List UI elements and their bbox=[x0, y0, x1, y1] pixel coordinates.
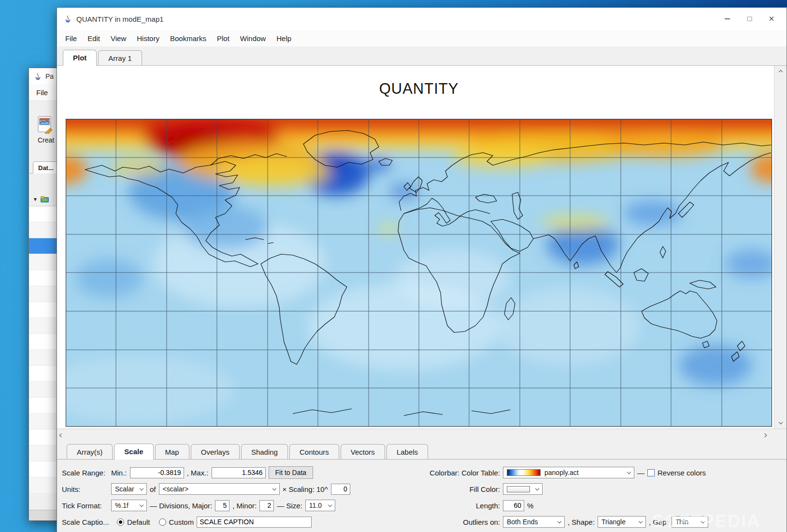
chevron-right-icon bbox=[763, 433, 767, 437]
chevron-up-icon bbox=[778, 70, 782, 74]
softpedia-watermark: SOFTPEDIA bbox=[652, 511, 760, 532]
outliers-label: Outliers on: bbox=[417, 518, 500, 526]
caption-custom-radio[interactable] bbox=[159, 518, 166, 526]
length-input[interactable] bbox=[503, 500, 524, 511]
menu-item-help[interactable]: Help bbox=[271, 31, 297, 45]
java-icon bbox=[64, 15, 72, 23]
plot-window-title: QUANTITY in modE_map1 bbox=[76, 15, 712, 23]
scale-panel-left: Scale Range: Min.: , Max.: Fit to Data U… bbox=[62, 464, 350, 530]
units-label: Units: bbox=[62, 485, 108, 493]
color-table-combo[interactable]: panoply.act bbox=[503, 467, 634, 478]
menu-item-bookmarks[interactable]: Bookmarks bbox=[165, 31, 212, 45]
units-combo[interactable]: Scalar bbox=[111, 483, 147, 495]
chevron-left-icon bbox=[59, 433, 63, 437]
size-combo[interactable]: 11.0 bbox=[305, 500, 335, 511]
tab-datasets[interactable]: Dat... bbox=[33, 161, 59, 173]
tab-array1[interactable]: Array 1 bbox=[98, 50, 142, 65]
create-plot-icon[interactable] bbox=[37, 115, 53, 134]
colorbar-label: Colorbar: bbox=[429, 469, 459, 477]
max-input[interactable] bbox=[212, 467, 266, 478]
desktop: Pa File Creat Dat... ▼ bbox=[0, 0, 787, 532]
color-table-label: Color Table: bbox=[461, 469, 500, 477]
menu-item-view[interactable]: View bbox=[105, 31, 131, 45]
shape-combo[interactable]: Triangle bbox=[598, 516, 646, 528]
menu-item-history[interactable]: History bbox=[131, 31, 165, 45]
minor-label: , Minor: bbox=[232, 502, 257, 510]
plot-title: QUANTITY bbox=[66, 80, 772, 98]
major-divisions-input[interactable] bbox=[215, 500, 229, 511]
plot-window-titlebar[interactable]: QUANTITY in modE_map1 ✕ bbox=[57, 8, 787, 30]
menu-item-edit[interactable]: Edit bbox=[82, 31, 105, 45]
menu-item-plot[interactable]: Plot bbox=[212, 31, 235, 45]
panoply-window-title: Pa bbox=[45, 72, 54, 80]
variable-combo[interactable]: <scalar> bbox=[159, 483, 280, 495]
length-unit-label: % bbox=[527, 502, 533, 510]
fill-color-swatch bbox=[507, 486, 530, 492]
maximize-button[interactable] bbox=[738, 8, 760, 30]
of-label: of bbox=[150, 485, 156, 493]
tab-labels[interactable]: Labels bbox=[386, 444, 428, 459]
chevron-down-icon bbox=[778, 420, 782, 424]
tree-expander-icon[interactable]: ▼ bbox=[33, 197, 38, 202]
tick-format-combo[interactable]: %.1f bbox=[111, 500, 147, 511]
tab-scale[interactable]: Scale bbox=[114, 444, 153, 460]
tab-shading[interactable]: Shading bbox=[241, 444, 288, 459]
plot-window: QUANTITY in modE_map1 ✕ File Edit View H… bbox=[57, 7, 787, 532]
plot-window-menubar: File Edit View History Bookmarks Plot Wi… bbox=[57, 30, 787, 46]
fill-color-label: Fill Color: bbox=[417, 485, 500, 493]
caption-default-label: Default bbox=[127, 518, 150, 526]
tab-overlays[interactable]: Overlays bbox=[191, 444, 240, 459]
window-controls: ✕ bbox=[716, 8, 783, 30]
scale-range-label: Scale Range: bbox=[62, 469, 108, 477]
tab-vectors[interactable]: Vectors bbox=[341, 444, 385, 459]
scroll-down-button[interactable] bbox=[774, 417, 787, 429]
outliers-combo[interactable]: Both Ends bbox=[503, 516, 565, 528]
horizontal-scrollbar[interactable] bbox=[57, 429, 787, 439]
close-button[interactable]: ✕ bbox=[760, 8, 783, 30]
length-label: Length: bbox=[417, 502, 500, 510]
fit-to-data-button[interactable]: Fit to Data bbox=[269, 466, 314, 479]
world-map-plot bbox=[66, 119, 772, 427]
caption-input[interactable] bbox=[197, 517, 312, 528]
reverse-colors-label: Reverse colors bbox=[658, 469, 706, 477]
fill-color-combo[interactable] bbox=[503, 483, 543, 495]
max-label: , Max.: bbox=[187, 469, 209, 477]
scroll-left-button[interactable] bbox=[60, 430, 63, 439]
separator-dash: — bbox=[637, 469, 644, 477]
tab-map[interactable]: Map bbox=[155, 444, 189, 459]
menu-item-file[interactable]: File bbox=[31, 86, 53, 100]
caption-custom-label: Custom bbox=[169, 518, 194, 526]
tab-arrays[interactable]: Array(s) bbox=[67, 444, 113, 459]
color-table-gradient-swatch bbox=[507, 469, 541, 476]
top-tabstrip: Plot Array 1 bbox=[57, 46, 787, 66]
scroll-right-button[interactable] bbox=[763, 430, 766, 439]
tab-plot[interactable]: Plot bbox=[63, 50, 97, 66]
create-button-label[interactable]: Creat bbox=[38, 136, 54, 144]
shape-label: , Shape: bbox=[568, 518, 595, 526]
menu-item-file[interactable]: File bbox=[60, 31, 82, 45]
tab-contours[interactable]: Contours bbox=[289, 444, 339, 459]
scroll-up-button[interactable] bbox=[774, 66, 787, 77]
minimize-icon bbox=[725, 18, 730, 19]
bottom-tabstrip: Array(s) Scale Map Overlays Shading Cont… bbox=[57, 439, 787, 460]
plot-content-area: QUANTITY bbox=[57, 66, 787, 429]
dataset-icon bbox=[41, 196, 49, 202]
scaling-label: × Scaling: 10^ bbox=[283, 485, 328, 493]
menu-item-window[interactable]: Window bbox=[235, 31, 271, 45]
size-label: — Size: bbox=[277, 502, 302, 510]
java-icon bbox=[34, 72, 42, 81]
maximize-icon bbox=[747, 16, 752, 21]
min-label: Min.: bbox=[111, 469, 127, 477]
vertical-scrollbar[interactable] bbox=[774, 66, 787, 429]
scale-caption-label: Scale Captio... bbox=[62, 518, 108, 526]
divisions-label: — Divisions, Major: bbox=[150, 502, 212, 510]
minimize-button[interactable] bbox=[716, 8, 738, 30]
minor-divisions-input[interactable] bbox=[259, 500, 274, 511]
min-input[interactable] bbox=[130, 467, 184, 478]
caption-default-radio[interactable] bbox=[117, 518, 124, 526]
tick-format-label: Tick Format: bbox=[62, 502, 108, 510]
reverse-colors-checkbox[interactable] bbox=[647, 469, 655, 476]
scaling-exponent-input[interactable] bbox=[331, 484, 350, 495]
close-icon: ✕ bbox=[769, 14, 775, 23]
